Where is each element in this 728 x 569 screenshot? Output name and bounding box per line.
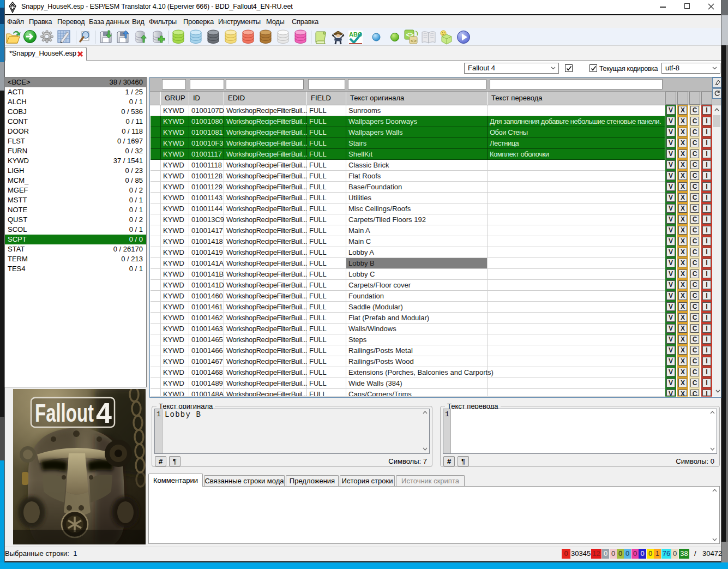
svg-text:4: 4 bbox=[96, 397, 112, 429]
svg-text:<>: <> bbox=[411, 39, 417, 44]
svg-text:Fallout: Fallout bbox=[35, 399, 94, 427]
